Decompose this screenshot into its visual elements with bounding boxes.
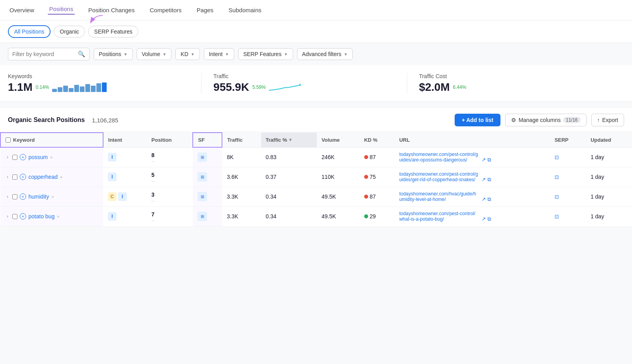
- url-cell: todayshomeowner.com/pest-control/guides/…: [395, 167, 550, 187]
- col-traffic-pct[interactable]: Traffic % ▼: [261, 133, 317, 147]
- position-cell: 7 ...: [147, 206, 193, 226]
- search-icon: 🔍: [78, 51, 85, 58]
- nav-positions[interactable]: Positions: [48, 6, 75, 15]
- row-checkbox[interactable]: [12, 194, 17, 199]
- external-link-icon[interactable]: ↗: [482, 196, 486, 203]
- serp-preview-icon[interactable]: ⊡: [555, 174, 559, 180]
- keyword-link[interactable]: copperhead: [28, 174, 58, 180]
- expand-keyword-icon[interactable]: »: [60, 174, 62, 179]
- keyword-cell: › + potato bug »: [0, 206, 103, 226]
- keywords-label: Keywords: [8, 73, 189, 79]
- external-link-icon[interactable]: ↗: [482, 216, 486, 222]
- serp-features-filter-btn[interactable]: SERP Features ▼: [238, 48, 293, 60]
- volume-filter-btn[interactable]: Volume ▼: [137, 48, 172, 60]
- expand-keyword-icon[interactable]: »: [57, 214, 59, 219]
- add-keyword-icon[interactable]: +: [20, 154, 26, 160]
- col-traffic: Traffic: [222, 133, 261, 147]
- col-sf: SF: [193, 133, 222, 147]
- tab-all-positions[interactable]: All Positions: [8, 25, 51, 38]
- keyword-filter-input[interactable]: [12, 51, 75, 57]
- expand-row-button[interactable]: ›: [5, 154, 10, 161]
- col-kd-pct: KD %: [359, 133, 395, 147]
- expand-keyword-icon[interactable]: »: [50, 155, 53, 159]
- url-cell: todayshomeowner.com/hvac/guide/humidity-…: [395, 187, 550, 206]
- stats-bar: Keywords 1.1M 0.14% Traffi: [0, 65, 632, 102]
- traffic-pct-cell: 0.34: [261, 206, 317, 226]
- external-link-icon[interactable]: ↗: [482, 176, 486, 183]
- url-link[interactable]: todayshomeowner.com/pest-control/guides/…: [399, 171, 478, 182]
- export-button[interactable]: ↑ Export: [591, 114, 624, 126]
- updated-cell: 1 day: [586, 187, 632, 206]
- position-cell: 8 ...: [147, 147, 193, 167]
- keyword-link[interactable]: humidity: [28, 193, 49, 200]
- add-keyword-icon[interactable]: +: [20, 174, 26, 180]
- traffic-cell: 3.3K: [222, 187, 261, 206]
- kd-dot: [364, 175, 368, 179]
- expand-row-button[interactable]: ›: [5, 193, 10, 200]
- traffic-cost-value: $2.0M: [419, 81, 450, 94]
- add-to-list-button[interactable]: + Add to list: [455, 114, 500, 126]
- sf-cell: ⊞: [193, 206, 222, 226]
- col-url: URL: [395, 133, 550, 147]
- manage-columns-button[interactable]: ⚙ Manage columns 11/16: [505, 114, 587, 126]
- positions-filter-btn[interactable]: Positions ▼: [94, 48, 133, 60]
- serp-preview-icon[interactable]: ⊡: [555, 194, 559, 200]
- position-value: 5: [151, 172, 188, 178]
- kd-cell: 29: [359, 206, 395, 226]
- copy-icon[interactable]: ⧉: [487, 216, 491, 222]
- url-cell: todayshomeowner.com/pest-control/guides/…: [395, 147, 550, 167]
- traffic-value: 955.9K: [213, 81, 249, 94]
- row-checkbox[interactable]: [12, 155, 17, 160]
- keyword-cell: › + copperhead »: [0, 167, 103, 187]
- copy-icon[interactable]: ⧉: [487, 176, 491, 183]
- keyword-cell: › + possum »: [0, 147, 103, 167]
- keyword-link[interactable]: possum: [28, 154, 48, 160]
- volume-cell: 110K: [317, 167, 359, 187]
- position-dots: ...: [151, 218, 188, 222]
- sf-icon: ⊞: [198, 172, 207, 182]
- updated-cell: 1 day: [586, 206, 632, 226]
- nav-subdomains[interactable]: Subdomains: [227, 7, 263, 13]
- position-value: 7: [151, 211, 188, 218]
- intent-filter-btn[interactable]: Intent ▼: [204, 48, 234, 60]
- keyword-filter-wrap[interactable]: 🔍: [8, 48, 90, 60]
- serp-preview-icon[interactable]: ⊡: [555, 154, 559, 160]
- tab-organic[interactable]: Organic: [54, 26, 85, 38]
- add-keyword-icon[interactable]: +: [20, 193, 26, 200]
- manage-badge: 11/16: [563, 117, 581, 123]
- traffic-cell: 3.3K: [222, 206, 261, 226]
- sf-icon: ⊞: [198, 192, 207, 201]
- traffic-cost-label: Traffic Cost: [419, 73, 600, 79]
- nav-pages[interactable]: Pages: [195, 7, 215, 13]
- chevron-down-icon: ▼: [191, 52, 195, 56]
- expand-keyword-icon[interactable]: »: [51, 194, 54, 199]
- position-dots: ...: [151, 178, 188, 182]
- expand-row-button[interactable]: ›: [5, 173, 10, 180]
- serp-preview-icon[interactable]: ⊡: [555, 214, 559, 220]
- advanced-filters-btn[interactable]: Advanced filters ▼: [297, 48, 353, 60]
- intent-badge: C: [108, 192, 117, 201]
- keyword-link[interactable]: potato bug: [28, 213, 55, 220]
- url-link[interactable]: todayshomeowner.com/hvac/guide/humidity-…: [399, 191, 478, 202]
- kd-filter-btn[interactable]: KD ▼: [175, 48, 199, 60]
- url-link[interactable]: todayshomeowner.com/pest-control/guides/…: [399, 152, 478, 163]
- row-checkbox[interactable]: [12, 174, 17, 180]
- copy-icon[interactable]: ⧉: [487, 196, 491, 203]
- nav-competitors[interactable]: Competitors: [148, 7, 183, 13]
- expand-row-button[interactable]: ›: [5, 213, 10, 220]
- copy-icon[interactable]: ⧉: [487, 157, 491, 163]
- select-all-checkbox[interactable]: [6, 137, 11, 143]
- traffic-cell: 3.6K: [222, 167, 261, 187]
- tab-serp-features[interactable]: SERP Features: [88, 26, 138, 38]
- add-keyword-icon[interactable]: +: [20, 213, 26, 220]
- external-link-icon[interactable]: ↗: [482, 157, 486, 163]
- keywords-chart: [52, 83, 107, 92]
- nav-overview[interactable]: Overview: [8, 7, 36, 13]
- traffic-pct-cell: 0.83: [261, 147, 317, 167]
- url-link[interactable]: todayshomeowner.com/pest-control/what-is…: [399, 211, 478, 222]
- table-row: › + potato bug » I 7 ... ⊞ 3.3K 0.34 49.…: [0, 206, 632, 226]
- traffic-stat: Traffic 955.9K 5.59%: [213, 73, 407, 94]
- table-section: Organic Search Positions 1,106,285 + Add…: [0, 108, 632, 227]
- row-checkbox[interactable]: [12, 214, 17, 219]
- nav-position-changes[interactable]: Position Changes: [87, 7, 136, 13]
